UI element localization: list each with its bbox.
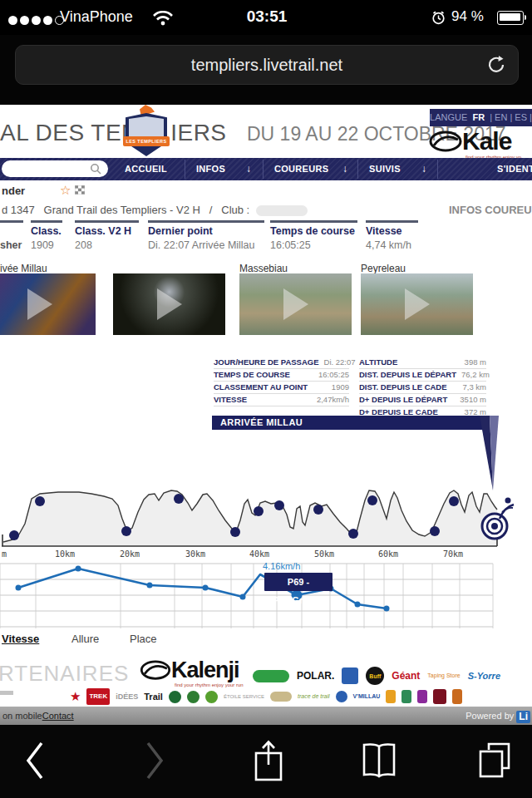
kalenji-swoosh-icon: [140, 660, 171, 682]
svg-text:30km: 30km: [185, 549, 205, 559]
svg-text:m: m: [2, 549, 7, 559]
share-icon[interactable]: [252, 740, 285, 783]
wifi-icon: [153, 11, 173, 26]
table-row: DIST. DEPUIS LE DÉPART76,2 km: [359, 369, 486, 382]
tab-allure[interactable]: Allure: [71, 633, 99, 645]
sponsor-logo[interactable]: [452, 689, 462, 704]
table-row: DIST. DEPUIS LE CADE7,3 km: [359, 382, 486, 394]
sponsor-row-2: ★TREKiDÉESTrailÉTOILE SERVICEtrace de tr…: [70, 687, 532, 706]
nav-suivis[interactable]: SUIVIS: [369, 158, 401, 180]
play-icon: [27, 288, 52, 320]
bookmarks-icon[interactable]: [361, 740, 397, 781]
stat-vitesse: Vitesse4,74 km/h: [366, 220, 418, 251]
play-icon: [157, 288, 182, 320]
stat-class: Class.1909: [31, 220, 62, 251]
sponsor-logo[interactable]: [417, 690, 427, 703]
checkpoint-banner: ARRIVÉE MILLAU: [212, 416, 485, 430]
table-row: D+ DEPUIS LE DÉPART3510 m: [359, 394, 486, 406]
table-row: VITESSE2,47km/h: [214, 394, 349, 406]
video-thumbnail[interactable]: [0, 273, 96, 335]
sponsor-logo[interactable]: [433, 689, 446, 704]
sponsor-logo[interactable]: TREK: [86, 688, 110, 705]
sponsor-logo[interactable]: [342, 667, 358, 684]
powered-by-label: Powered by: [466, 711, 514, 721]
kalenji-swoosh-icon: [429, 131, 462, 154]
forward-icon[interactable]: [140, 740, 168, 781]
status-bar: VinaPhone 03:51 94 %: [0, 0, 532, 35]
table-row: ALTITUDE398 m: [359, 357, 486, 369]
svg-text:60km: 60km: [378, 549, 398, 559]
web-page: AL DES TEMPLIERS DU 19 AU 22 OCTOBRE 201…: [0, 105, 532, 707]
passage-table-left: JOUR/HEURE DE PASSAGEDi. 22:07 TEMPS DE …: [214, 357, 349, 406]
sponsor-logo[interactable]: [169, 691, 181, 703]
language-switcher[interactable]: LANGUE FR | EN | ES |: [430, 109, 532, 126]
speed-tooltip-segment: P69 - P74(Grandc: [264, 573, 332, 591]
infos-coureur-link[interactable]: INFOS COUREU: [449, 204, 532, 216]
stat-dernier-point: Dernier pointDi. 22:07 Arrivée Millau: [148, 220, 264, 251]
video-thumbnail[interactable]: [113, 273, 225, 335]
chevron-down-icon[interactable]: ↓: [342, 158, 347, 180]
browser-toolbar: [0, 725, 532, 798]
nav-coureurs[interactable]: COUREURS: [274, 158, 328, 180]
sponsor-logo[interactable]: POLAR.: [297, 666, 334, 686]
sponsor-logo[interactable]: [401, 690, 411, 703]
sponsor-logo[interactable]: [270, 692, 292, 702]
sponsor-logo[interactable]: [336, 691, 347, 702]
sponsor-logo[interactable]: [386, 690, 396, 703]
back-icon[interactable]: [22, 740, 50, 781]
sponsor-logo[interactable]: [253, 670, 289, 682]
video-thumbnail[interactable]: [239, 273, 352, 335]
search-icon[interactable]: [90, 163, 101, 175]
svg-text:50km: 50km: [314, 549, 334, 559]
sponsor-logo[interactable]: Taping Store: [427, 666, 460, 686]
elevation-profile-chart[interactable]: m10km20km30km40km50km60km70km: [0, 441, 532, 564]
tabs-icon[interactable]: [477, 740, 512, 781]
url-field[interactable]: templiers.livetrail.net: [15, 45, 519, 85]
les-templiers-logo: LES TEMPLIERS: [123, 106, 170, 158]
sponsor-logo[interactable]: S-Yorre: [468, 666, 500, 686]
sponsor-logo[interactable]: trace de trail: [298, 689, 330, 704]
sponsor-logo[interactable]: iDÉES: [116, 689, 138, 704]
sponsor-logo[interactable]: [205, 691, 218, 703]
langue-others[interactable]: | EN | ES |: [490, 112, 532, 122]
contact-link[interactable]: Contact: [42, 711, 74, 721]
finisher-flag-icon: [75, 185, 85, 195]
sponsor-logo[interactable]: Trail: [144, 689, 163, 704]
sponsor-logo[interactable]: ★: [70, 689, 81, 704]
tab-place[interactable]: Place: [130, 633, 157, 645]
favorite-star-icon[interactable]: ☆: [60, 183, 71, 198]
sponsor-logo[interactable]: ÉTOILE SERVICE: [224, 689, 264, 704]
signal-dots-icon: [8, 12, 66, 27]
reload-icon[interactable]: [487, 55, 507, 75]
livetrail-logo[interactable]: Li: [516, 711, 530, 723]
chevron-down-icon[interactable]: ↓: [246, 158, 251, 180]
svg-text:40km: 40km: [249, 549, 269, 559]
video-thumbnail[interactable]: [361, 273, 473, 335]
langue-label: LANGUE: [430, 112, 467, 122]
sponsor-logo[interactable]: Géant: [392, 666, 420, 686]
club-label: Club :: [221, 204, 249, 216]
sponsor-logo[interactable]: V'MILLAU: [353, 689, 381, 704]
battery-percent-label: 94 %: [451, 8, 484, 25]
video-label: ivée Millau: [0, 263, 47, 274]
nav-accueil[interactable]: ACCUEIL: [125, 158, 167, 180]
browser-chrome: templiers.livetrail.net: [0, 35, 532, 105]
nav-infos[interactable]: INFOS: [196, 158, 225, 180]
partners-underline: [0, 691, 13, 695]
svg-text:70km: 70km: [443, 549, 463, 559]
race-name: Grand Trail des Templiers - V2 H: [44, 204, 200, 216]
site-title: AL DES TEMPLIERS: [0, 120, 227, 146]
main-nav: ACCUEIL INFOS ↓ COUREURS ↓ SUIVIS ↓ S'ID…: [0, 158, 532, 180]
les-templiers-logo-text: LES TEMPLIERS: [123, 136, 170, 146]
langue-fr[interactable]: FR: [472, 112, 485, 122]
nav-sidentifier[interactable]: S'IDENT: [497, 158, 532, 180]
partners-heading: RTENAIRES: [0, 661, 129, 687]
tab-vitesse[interactable]: Vitesse: [2, 633, 39, 645]
svg-text:20km: 20km: [120, 549, 140, 559]
sponsor-logo[interactable]: [187, 691, 200, 703]
sponsor-logo[interactable]: Buff: [366, 667, 384, 685]
table-row: JOUR/HEURE DE PASSAGEDi. 22:07: [214, 357, 349, 369]
chevron-down-icon[interactable]: ↓: [421, 158, 426, 180]
table-row: CLASSEMENT AU POINT1909: [214, 382, 349, 394]
runner-race-line: d 1347 Grand Trail des Templiers - V2 H …: [2, 204, 308, 216]
